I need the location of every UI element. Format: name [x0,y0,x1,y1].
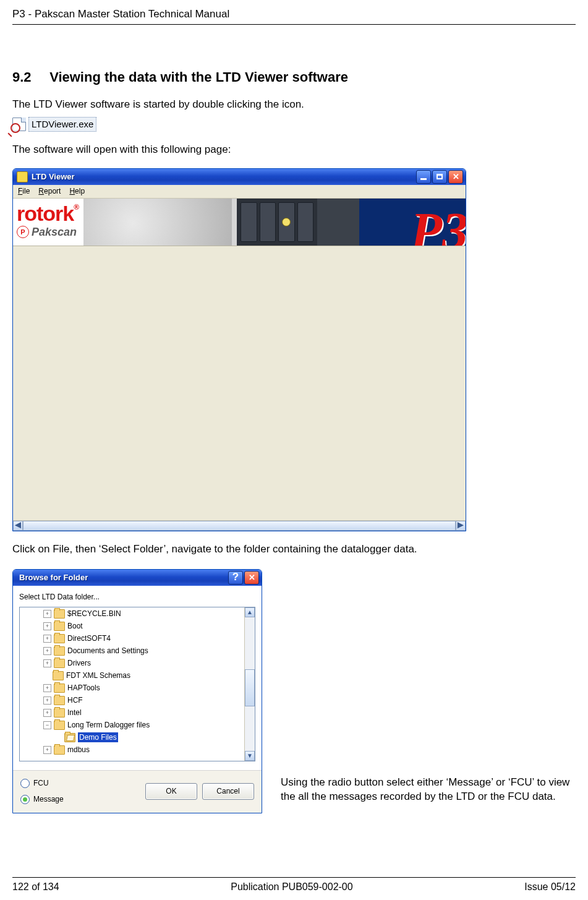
footer-publication: Publication PUB059-002-00 [231,880,352,894]
cancel-button[interactable]: Cancel [202,783,254,800]
tree-item[interactable]: Intel [67,708,82,718]
collapse-icon[interactable]: − [43,721,51,729]
app-icon [17,171,28,182]
horizontal-scrollbar[interactable]: ◄ ► [13,520,466,531]
radio-message[interactable]: Message [20,794,140,804]
tree-item[interactable]: HAPTools [67,683,100,693]
folder-icon [54,708,65,718]
folder-tree[interactable]: +$RECYCLE.BIN +Boot +DirectSOFT4 +Docume… [19,607,255,761]
folder-icon [54,659,65,668]
scroll-left-button[interactable]: ◄ [13,521,23,531]
rotork-logo: rotork® [17,204,79,223]
expand-icon[interactable]: + [43,647,51,655]
folder-icon [54,684,65,693]
pakscan-badge-icon: P [17,226,29,238]
titlebar[interactable]: LTD Viewer ✕ [13,169,466,185]
radio-icon [20,779,30,788]
tree-item[interactable]: HCF [67,695,83,705]
tree-item[interactable]: Documents and Settings [67,646,148,656]
expand-icon[interactable]: + [43,635,51,643]
pakscan-logo: Pakscan [32,225,77,239]
tree-item[interactable]: Drivers [67,658,91,668]
paragraph: Click on File, then ‘Select Folder’, nav… [12,542,576,557]
radio-icon [20,795,30,804]
menubar: File Report Help [13,185,466,199]
rack-image [237,199,317,246]
folder-icon [54,696,65,705]
footer-page: 122 of 134 [12,880,59,894]
open-folder-icon [64,733,75,742]
tree-item[interactable]: Boot [67,621,83,631]
footer-issue: Issue 05/12 [524,880,576,894]
paragraph: Using the radio button select either ‘Me… [281,776,576,814]
menu-file[interactable]: File [18,186,30,196]
section-number: 9.2 [12,68,46,87]
close-button[interactable]: ✕ [448,170,463,184]
radio-fcu[interactable]: FCU [20,778,140,788]
minimize-button[interactable] [416,170,431,184]
expand-icon[interactable]: + [43,610,51,618]
exe-shortcut[interactable]: LTDViewer.exe [12,117,124,132]
menu-report[interactable]: Report [38,186,61,196]
actuator-image [83,199,232,246]
titlebar[interactable]: Browse for Folder ? ✕ [13,570,262,586]
ltdviewer-exe-icon [12,118,26,131]
client-area: ◄ ► [13,246,466,531]
scroll-up-button[interactable]: ▲ [245,607,255,617]
page-header: P3 - Pakscan Master Station Technical Ma… [12,6,576,25]
expand-icon[interactable]: + [43,709,51,717]
banner: rotork® P Pakscan P3 [13,199,466,246]
expand-icon[interactable]: + [43,684,51,692]
vertical-scrollbar[interactable]: ▲ ▼ [244,607,255,761]
tree-item[interactable]: Long Term Dalogger files [67,720,150,730]
close-button[interactable]: ✕ [244,571,259,585]
scroll-right-button[interactable]: ► [456,521,466,531]
p3-logo: P3 [411,199,466,246]
expand-icon[interactable]: + [43,746,51,754]
page-footer: 122 of 134 Publication PUB059-002-00 Iss… [12,877,576,894]
scroll-down-button[interactable]: ▼ [245,751,255,761]
folder-icon [54,622,65,631]
scroll-thumb[interactable] [23,521,456,531]
maximize-button[interactable] [432,170,447,184]
ok-button[interactable]: OK [145,783,197,800]
scroll-thumb[interactable] [245,669,255,706]
tree-item[interactable]: mdbus [67,745,90,755]
section-title: Viewing the data with the LTD Viewer sof… [49,69,348,85]
dialog-title: Browse for Folder [17,572,224,583]
folder-icon [54,646,65,656]
paragraph: The software will open with this followi… [12,143,576,157]
ltd-viewer-window: LTD Viewer ✕ File Report Help rotork® P … [12,168,466,531]
tree-item[interactable]: DirectSOFT4 [67,633,111,643]
window-title: LTD Viewer [32,171,412,182]
paragraph: The LTD Viewer software is started by do… [12,98,576,112]
section-heading: 9.2 Viewing the data with the LTD Viewer… [12,68,576,87]
dialog-hint: Select LTD Data folder... [19,592,255,602]
folder-icon [54,721,65,730]
tree-item[interactable]: $RECYCLE.BIN [67,609,121,619]
menu-help[interactable]: Help [69,186,85,196]
browse-for-folder-dialog: Browse for Folder ? ✕ Select LTD Data fo… [12,569,262,814]
folder-icon [54,634,65,643]
folder-icon [54,609,65,619]
exe-filename: LTDViewer.exe [28,117,96,132]
folder-icon [53,671,64,680]
expand-icon[interactable]: + [43,659,51,667]
expand-icon[interactable]: + [43,622,51,630]
help-button[interactable]: ? [228,571,243,585]
tree-item-selected[interactable]: Demo Files [78,732,118,742]
expand-icon[interactable]: + [43,696,51,705]
folder-icon [54,745,65,755]
tree-item[interactable]: FDT XML Schemas [66,671,130,680]
